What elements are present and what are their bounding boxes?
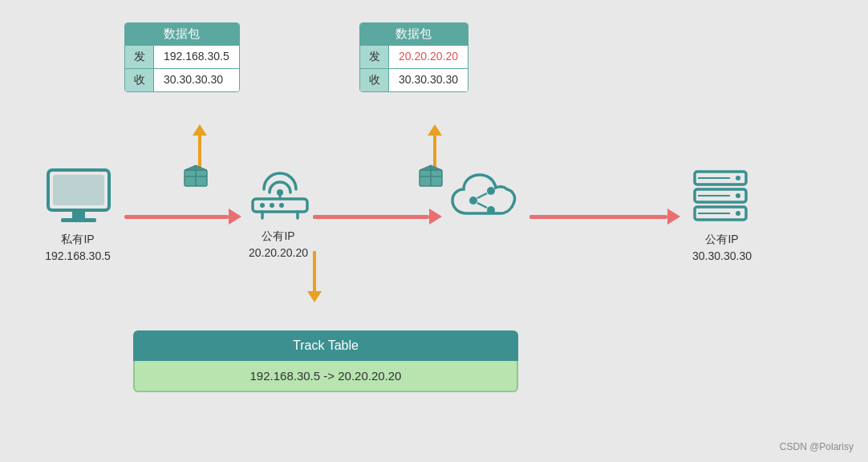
svg-point-16 [260,203,265,208]
server-label-line1: 公有IP [678,231,766,248]
packet-left-row-2: 收 30.30.30.30 [125,68,239,91]
computer-label: 私有IP 192.168.30.5 [34,231,122,265]
svg-line-25 [477,193,487,198]
arrow-head-down-icon [307,291,322,302]
svg-point-35 [736,211,740,216]
packet-right-label-1: 发 [360,46,389,68]
watermark: CSDN @Polarisy [780,441,854,452]
packet-table-right: 数据包 发 20.20.20.20 收 30.30.30.30 [359,22,468,92]
packet-left-value-1: 192.168.30.5 [154,46,239,68]
server-icon [688,167,752,225]
packet-right-row-2: 收 30.30.30.30 [360,68,468,91]
svg-rect-12 [72,210,85,218]
router-label-line1: 公有IP [234,228,322,245]
packet-left-label-2: 收 [125,69,154,91]
main-container: 数据包 发 192.168.30.5 收 30.30.30.30 数据包 发 2… [0,0,868,462]
server-label: 公有IP 30.30.30.30 [678,231,766,265]
packet-right-label-2: 收 [360,69,389,91]
router-icon [245,164,315,221]
track-table-row: 192.168.30.5 -> 20.20.20.20 [133,361,518,392]
arrow-head-h-2-icon [429,209,442,225]
packet-left-label-1: 发 [125,46,154,68]
packet-left-row-1: 发 192.168.30.5 [125,45,239,68]
arrow-head-up-right-icon [428,124,442,136]
arrow-down [307,251,322,302]
svg-line-26 [477,203,487,208]
packet-right-value-1: 20.20.20.20 [389,46,468,68]
track-table: Track Table 192.168.30.5 -> 20.20.20.20 [133,330,518,392]
arrow-head-h-1-icon [229,209,241,225]
cloud-icon [449,168,526,226]
server-label-line2: 30.30.30.30 [678,248,766,265]
arrow-shaft-h-1 [124,215,229,219]
packet-right-row-1: 发 20.20.20.20 [360,45,468,68]
packet-right-header: 数据包 [360,23,468,45]
svg-point-18 [279,203,284,208]
svg-point-33 [736,176,740,180]
arrow-head-up-left-icon [193,124,207,136]
packet-table-left: 数据包 发 192.168.30.5 收 30.30.30.30 [124,22,240,92]
package-icon-left [181,160,210,189]
packet-right-value-2: 30.30.30.30 [389,69,468,91]
arrow-shaft-h-3 [529,215,667,219]
arrow-shaft-h-2 [313,215,429,219]
svg-rect-11 [53,175,104,205]
packet-left-header: 数据包 [125,23,239,45]
svg-point-23 [487,187,495,195]
svg-point-24 [487,206,495,214]
svg-point-22 [469,197,477,205]
package-icon-right [416,160,445,189]
svg-point-17 [270,203,274,208]
computer-label-line1: 私有IP [34,231,122,248]
arrow-head-h-3-icon [667,209,680,225]
arrow-h-1 [124,209,241,225]
arrow-h-2 [313,209,442,225]
svg-rect-13 [61,218,96,222]
arrow-h-3 [529,209,680,225]
packet-left-value-2: 30.30.30.30 [154,69,233,91]
track-table-header: Track Table [133,330,518,361]
arrow-shaft-down [313,251,316,291]
svg-point-34 [736,193,740,198]
computer-icon [43,167,114,225]
computer-label-line2: 192.168.30.5 [34,248,122,265]
